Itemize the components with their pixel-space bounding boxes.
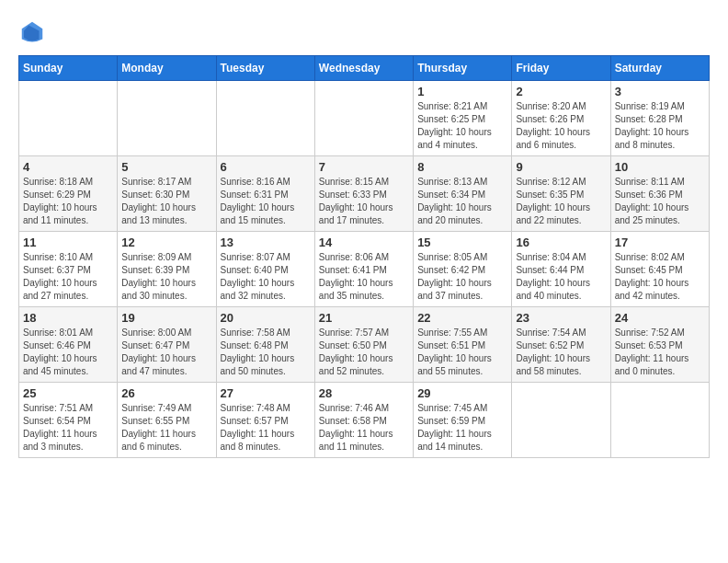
calendar-cell: 9Sunrise: 8:12 AM Sunset: 6:35 PM Daylig… <box>512 156 610 232</box>
calendar-cell: 29Sunrise: 7:45 AM Sunset: 6:59 PM Dayli… <box>414 383 512 458</box>
day-number: 10 <box>615 160 705 174</box>
day-number: 8 <box>417 160 507 174</box>
cell-info: Sunrise: 7:55 AM Sunset: 6:51 PM Dayligh… <box>417 327 507 378</box>
cell-content: 5Sunrise: 8:17 AM Sunset: 6:30 PM Daylig… <box>121 160 211 227</box>
calendar-cell: 16Sunrise: 8:04 AM Sunset: 6:44 PM Dayli… <box>512 232 610 307</box>
column-header-tuesday: Tuesday <box>216 56 314 81</box>
cell-info: Sunrise: 8:09 AM Sunset: 6:39 PM Dayligh… <box>121 251 211 303</box>
cell-content: 18Sunrise: 8:01 AM Sunset: 6:46 PM Dayli… <box>23 311 113 378</box>
cell-content: 25Sunrise: 7:51 AM Sunset: 6:54 PM Dayli… <box>23 386 113 454</box>
day-number: 29 <box>417 386 507 400</box>
cell-info: Sunrise: 7:48 AM Sunset: 6:57 PM Dayligh… <box>221 402 311 454</box>
day-number: 14 <box>319 236 409 249</box>
cell-content: 26Sunrise: 7:49 AM Sunset: 6:55 PM Dayli… <box>121 386 211 454</box>
cell-content: 10Sunrise: 8:11 AM Sunset: 6:36 PM Dayli… <box>615 160 705 227</box>
calendar-cell <box>216 81 314 156</box>
logo <box>18 18 50 46</box>
cell-info: Sunrise: 8:04 AM Sunset: 6:44 PM Dayligh… <box>516 251 606 303</box>
day-number: 27 <box>221 386 311 400</box>
cell-info: Sunrise: 8:02 AM Sunset: 6:45 PM Dayligh… <box>615 251 705 303</box>
day-number: 19 <box>121 311 211 325</box>
calendar-cell: 20Sunrise: 7:58 AM Sunset: 6:48 PM Dayli… <box>216 307 314 383</box>
cell-content: 1Sunrise: 8:21 AM Sunset: 6:25 PM Daylig… <box>417 85 507 152</box>
calendar-cell: 11Sunrise: 8:10 AM Sunset: 6:37 PM Dayli… <box>19 232 118 307</box>
cell-content: 14Sunrise: 8:06 AM Sunset: 6:41 PM Dayli… <box>319 236 409 303</box>
page-header <box>18 18 710 46</box>
cell-content: 6Sunrise: 8:16 AM Sunset: 6:31 PM Daylig… <box>221 160 311 227</box>
calendar-week-row: 1Sunrise: 8:21 AM Sunset: 6:25 PM Daylig… <box>19 81 710 156</box>
day-number: 1 <box>417 85 507 98</box>
calendar-cell: 14Sunrise: 8:06 AM Sunset: 6:41 PM Dayli… <box>314 232 413 307</box>
calendar-cell <box>118 81 216 156</box>
day-number: 18 <box>23 311 113 325</box>
cell-content: 7Sunrise: 8:15 AM Sunset: 6:33 PM Daylig… <box>319 160 409 227</box>
cell-content: 4Sunrise: 8:18 AM Sunset: 6:29 PM Daylig… <box>23 160 113 227</box>
day-number: 6 <box>221 160 311 174</box>
cell-info: Sunrise: 8:00 AM Sunset: 6:47 PM Dayligh… <box>121 327 211 378</box>
cell-info: Sunrise: 8:05 AM Sunset: 6:42 PM Dayligh… <box>417 251 507 303</box>
day-number: 7 <box>319 160 409 174</box>
cell-info: Sunrise: 7:52 AM Sunset: 6:53 PM Dayligh… <box>615 327 705 378</box>
cell-info: Sunrise: 7:57 AM Sunset: 6:50 PM Dayligh… <box>319 327 409 378</box>
column-header-monday: Monday <box>118 56 216 81</box>
calendar-cell: 6Sunrise: 8:16 AM Sunset: 6:31 PM Daylig… <box>216 156 314 232</box>
cell-info: Sunrise: 7:49 AM Sunset: 6:55 PM Dayligh… <box>121 402 211 454</box>
calendar-cell: 10Sunrise: 8:11 AM Sunset: 6:36 PM Dayli… <box>610 156 709 232</box>
cell-content: 27Sunrise: 7:48 AM Sunset: 6:57 PM Dayli… <box>221 386 311 454</box>
day-number: 17 <box>615 236 705 249</box>
calendar-cell: 15Sunrise: 8:05 AM Sunset: 6:42 PM Dayli… <box>414 232 512 307</box>
calendar-cell: 22Sunrise: 7:55 AM Sunset: 6:51 PM Dayli… <box>414 307 512 383</box>
cell-content: 2Sunrise: 8:20 AM Sunset: 6:26 PM Daylig… <box>516 85 606 152</box>
column-header-wednesday: Wednesday <box>314 56 413 81</box>
calendar-cell: 5Sunrise: 8:17 AM Sunset: 6:30 PM Daylig… <box>118 156 216 232</box>
calendar-cell: 1Sunrise: 8:21 AM Sunset: 6:25 PM Daylig… <box>414 81 512 156</box>
day-number: 24 <box>615 311 705 325</box>
logo-icon <box>18 18 46 46</box>
calendar-cell <box>314 81 413 156</box>
cell-info: Sunrise: 8:18 AM Sunset: 6:29 PM Dayligh… <box>23 176 113 227</box>
cell-info: Sunrise: 8:20 AM Sunset: 6:26 PM Dayligh… <box>516 100 606 152</box>
cell-info: Sunrise: 8:01 AM Sunset: 6:46 PM Dayligh… <box>23 327 113 378</box>
cell-info: Sunrise: 7:58 AM Sunset: 6:48 PM Dayligh… <box>221 327 311 378</box>
day-number: 13 <box>221 236 311 249</box>
cell-info: Sunrise: 8:21 AM Sunset: 6:25 PM Dayligh… <box>417 100 507 152</box>
cell-info: Sunrise: 8:16 AM Sunset: 6:31 PM Dayligh… <box>221 176 311 227</box>
calendar-table: SundayMondayTuesdayWednesdayThursdayFrid… <box>18 55 710 458</box>
calendar-cell: 13Sunrise: 8:07 AM Sunset: 6:40 PM Dayli… <box>216 232 314 307</box>
cell-info: Sunrise: 8:15 AM Sunset: 6:33 PM Dayligh… <box>319 176 409 227</box>
cell-content: 12Sunrise: 8:09 AM Sunset: 6:39 PM Dayli… <box>121 236 211 303</box>
calendar-header-row: SundayMondayTuesdayWednesdayThursdayFrid… <box>19 56 710 81</box>
calendar-week-row: 4Sunrise: 8:18 AM Sunset: 6:29 PM Daylig… <box>19 156 710 232</box>
calendar-cell: 25Sunrise: 7:51 AM Sunset: 6:54 PM Dayli… <box>19 383 118 458</box>
day-number: 22 <box>417 311 507 325</box>
calendar-cell: 18Sunrise: 8:01 AM Sunset: 6:46 PM Dayli… <box>19 307 118 383</box>
cell-info: Sunrise: 8:12 AM Sunset: 6:35 PM Dayligh… <box>516 176 606 227</box>
day-number: 26 <box>121 386 211 400</box>
calendar-week-row: 25Sunrise: 7:51 AM Sunset: 6:54 PM Dayli… <box>19 383 710 458</box>
day-number: 28 <box>319 386 409 400</box>
day-number: 3 <box>615 85 705 98</box>
cell-content: 11Sunrise: 8:10 AM Sunset: 6:37 PM Dayli… <box>23 236 113 303</box>
cell-info: Sunrise: 7:46 AM Sunset: 6:58 PM Dayligh… <box>319 402 409 454</box>
cell-content: 22Sunrise: 7:55 AM Sunset: 6:51 PM Dayli… <box>417 311 507 378</box>
calendar-cell: 27Sunrise: 7:48 AM Sunset: 6:57 PM Dayli… <box>216 383 314 458</box>
cell-info: Sunrise: 8:19 AM Sunset: 6:28 PM Dayligh… <box>615 100 705 152</box>
cell-content: 24Sunrise: 7:52 AM Sunset: 6:53 PM Dayli… <box>615 311 705 378</box>
calendar-cell <box>19 81 118 156</box>
cell-info: Sunrise: 8:17 AM Sunset: 6:30 PM Dayligh… <box>121 176 211 227</box>
cell-info: Sunrise: 8:11 AM Sunset: 6:36 PM Dayligh… <box>615 176 705 227</box>
calendar-cell: 26Sunrise: 7:49 AM Sunset: 6:55 PM Dayli… <box>118 383 216 458</box>
column-header-friday: Friday <box>512 56 610 81</box>
cell-content: 16Sunrise: 8:04 AM Sunset: 6:44 PM Dayli… <box>516 236 606 303</box>
calendar-cell: 17Sunrise: 8:02 AM Sunset: 6:45 PM Dayli… <box>610 232 709 307</box>
cell-info: Sunrise: 7:45 AM Sunset: 6:59 PM Dayligh… <box>417 402 507 454</box>
cell-content: 3Sunrise: 8:19 AM Sunset: 6:28 PM Daylig… <box>615 85 705 152</box>
day-number: 9 <box>516 160 606 174</box>
calendar-cell: 12Sunrise: 8:09 AM Sunset: 6:39 PM Dayli… <box>118 232 216 307</box>
day-number: 21 <box>319 311 409 325</box>
calendar-cell: 7Sunrise: 8:15 AM Sunset: 6:33 PM Daylig… <box>314 156 413 232</box>
calendar-cell: 8Sunrise: 8:13 AM Sunset: 6:34 PM Daylig… <box>414 156 512 232</box>
day-number: 4 <box>23 160 113 174</box>
cell-content: 8Sunrise: 8:13 AM Sunset: 6:34 PM Daylig… <box>417 160 507 227</box>
day-number: 2 <box>516 85 606 98</box>
